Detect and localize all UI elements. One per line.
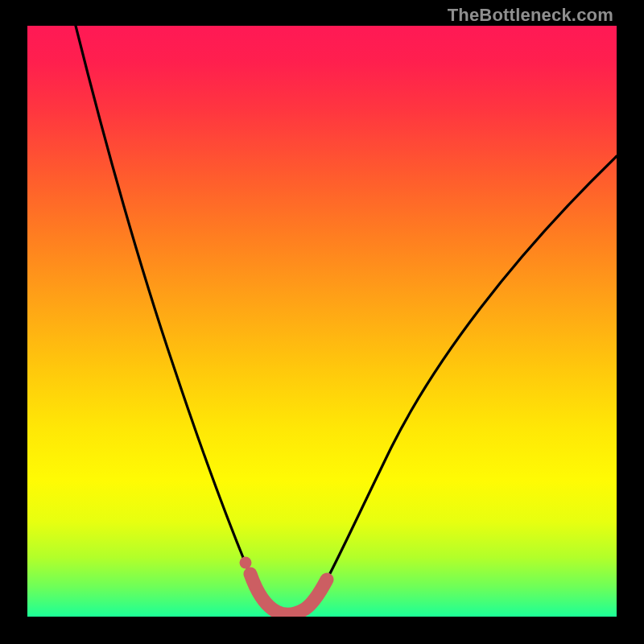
watermark-text: TheBottleneck.com — [448, 5, 613, 26]
gradient-plot-area — [27, 26, 617, 617]
bottleneck-curve — [27, 26, 617, 617]
highlight-path — [250, 574, 327, 614]
highlight-dot — [240, 557, 252, 569]
curve-path — [76, 26, 617, 614]
